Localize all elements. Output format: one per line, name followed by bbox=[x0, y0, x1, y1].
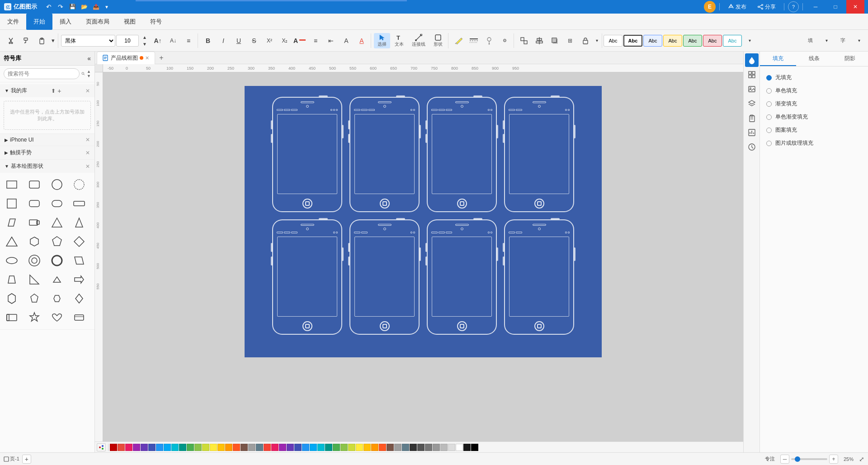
color-swatch[interactable] bbox=[156, 444, 163, 451]
undo-btn[interactable]: ↶ bbox=[43, 1, 54, 12]
shape-trapezoid[interactable] bbox=[4, 271, 20, 288]
menu-insert[interactable]: 插入 bbox=[52, 14, 79, 30]
shape-pentagon2[interactable] bbox=[26, 290, 42, 307]
more-btn[interactable]: ▼ bbox=[102, 1, 111, 12]
open-btn[interactable]: 📂 bbox=[79, 1, 90, 12]
shape-ellipse-h[interactable] bbox=[4, 252, 20, 269]
highlight-btn[interactable]: A bbox=[339, 33, 354, 48]
color-swatch[interactable] bbox=[310, 444, 317, 451]
collapse-panel-btn[interactable]: « bbox=[87, 55, 91, 62]
shape-triangle-right[interactable] bbox=[71, 214, 87, 231]
color-swatch[interactable] bbox=[387, 444, 394, 451]
font-color2-btn[interactable]: A bbox=[354, 33, 369, 48]
shape-parallelogram[interactable] bbox=[4, 214, 20, 231]
shape-arrow-right[interactable] bbox=[71, 271, 87, 288]
color-swatch[interactable] bbox=[194, 444, 202, 451]
shape-rect-wide[interactable] bbox=[71, 195, 87, 212]
color-swatch[interactable] bbox=[410, 444, 417, 451]
shape-misc[interactable] bbox=[71, 309, 87, 326]
shape-circle-outline[interactable] bbox=[49, 176, 65, 193]
my-library-close-btn[interactable]: ✕ bbox=[85, 88, 90, 94]
font-family-select[interactable]: 黑体 bbox=[61, 35, 115, 47]
font-size-input[interactable] bbox=[116, 35, 139, 47]
my-library-header[interactable]: ▼ 我的库 ⬆ + ✕ bbox=[0, 84, 94, 97]
preset-1[interactable]: Abc bbox=[604, 35, 623, 47]
shadow-btn[interactable] bbox=[547, 33, 562, 48]
image-icon-btn[interactable] bbox=[745, 82, 759, 96]
color-swatch[interactable] bbox=[294, 444, 302, 451]
color-swatch[interactable] bbox=[118, 444, 125, 451]
outdent-btn[interactable]: ⇤ bbox=[324, 33, 338, 48]
color-swatch[interactable] bbox=[248, 444, 255, 451]
fill-right-btn[interactable]: 填 bbox=[803, 33, 817, 48]
gradient-fill-option[interactable]: 渐变填充 bbox=[764, 97, 863, 110]
color-swatch[interactable] bbox=[325, 444, 332, 451]
focus-btn[interactable]: 专注 bbox=[763, 456, 777, 462]
color-swatch[interactable] bbox=[440, 444, 448, 451]
color-swatch[interactable] bbox=[217, 444, 225, 451]
preset-4[interactable]: Abc bbox=[663, 35, 682, 47]
shape-rect-rounded3[interactable] bbox=[49, 195, 65, 212]
history-icon-btn[interactable] bbox=[745, 140, 759, 154]
shape-diamond[interactable] bbox=[71, 233, 87, 250]
fill-tab[interactable]: 填充 bbox=[760, 52, 796, 66]
select-tool[interactable]: 选择 bbox=[374, 33, 390, 48]
color-swatch[interactable] bbox=[379, 444, 386, 451]
phone-mockup-2[interactable] bbox=[349, 97, 420, 212]
user-avatar[interactable]: E bbox=[704, 1, 716, 13]
color-swatch[interactable] bbox=[433, 444, 440, 451]
shape-hexagon[interactable] bbox=[26, 233, 42, 250]
search-icon[interactable] bbox=[81, 70, 85, 77]
align-distribute-btn[interactable] bbox=[532, 33, 547, 48]
color-swatch[interactable] bbox=[348, 444, 355, 451]
shape-triangle-right2[interactable] bbox=[26, 271, 42, 288]
my-library-export-btn[interactable]: ⬆ bbox=[51, 88, 56, 94]
search-input[interactable] bbox=[4, 68, 80, 79]
shape-rect-tag[interactable] bbox=[26, 214, 42, 231]
color-swatch[interactable] bbox=[302, 444, 309, 451]
line-style-btn[interactable] bbox=[467, 33, 481, 48]
preset-2[interactable]: Abc bbox=[623, 35, 642, 47]
menu-layout[interactable]: 页面布局 bbox=[79, 14, 117, 30]
more-drawing-btn[interactable]: ⚙ bbox=[497, 33, 512, 48]
menu-file[interactable]: 文件 bbox=[0, 14, 26, 30]
color-swatch[interactable] bbox=[225, 444, 232, 451]
fullscreen-btn[interactable]: ⤢ bbox=[859, 456, 864, 463]
phone-mockup-1[interactable] bbox=[272, 97, 342, 212]
color-swatch[interactable] bbox=[425, 444, 432, 451]
paste-dropdown[interactable]: ▾ bbox=[50, 33, 56, 48]
connector-tool[interactable]: 连接线 bbox=[408, 33, 429, 48]
touch-gestures-header[interactable]: ▶ 触摸手势 ✕ bbox=[0, 146, 94, 159]
add-tab-btn[interactable]: + bbox=[156, 52, 167, 63]
phone-mockup-3[interactable] bbox=[427, 97, 497, 212]
color-swatch[interactable] bbox=[171, 444, 179, 451]
more-transform-btn[interactable]: ▾ bbox=[594, 33, 600, 48]
color-swatch[interactable] bbox=[164, 444, 171, 451]
zoom-out-btn[interactable]: ─ bbox=[780, 455, 789, 464]
color-swatch[interactable] bbox=[317, 444, 325, 451]
fill-icon-btn[interactable] bbox=[745, 53, 759, 67]
subscript-btn[interactable]: X₂ bbox=[278, 33, 292, 48]
color-swatch[interactable] bbox=[241, 444, 248, 451]
basic-shapes-header[interactable]: ▼ 基本绘图形状 ✕ bbox=[0, 160, 94, 173]
menu-symbol[interactable]: 符号 bbox=[143, 14, 169, 30]
shape-hexagon2[interactable] bbox=[49, 290, 65, 307]
shape-diamond2[interactable] bbox=[4, 290, 20, 307]
more-right2-btn[interactable]: ▾ bbox=[852, 33, 866, 48]
font-right-btn[interactable]: 字 bbox=[835, 33, 850, 48]
color-swatch[interactable] bbox=[233, 444, 240, 451]
minimize-btn[interactable]: ─ bbox=[807, 0, 825, 14]
color-swatch[interactable] bbox=[210, 444, 217, 451]
text-tool[interactable]: T 文本 bbox=[391, 33, 407, 48]
shape-circle-dotted[interactable] bbox=[71, 176, 87, 193]
shape-tool[interactable]: 形状 bbox=[430, 33, 446, 48]
color-swatch[interactable] bbox=[264, 444, 271, 451]
share-btn[interactable]: 分享 bbox=[753, 1, 780, 13]
zoom-in-btn[interactable]: + bbox=[829, 455, 838, 464]
group-btn[interactable]: ⊞ bbox=[563, 33, 577, 48]
color-swatch[interactable] bbox=[363, 444, 371, 451]
phone-mockup-4[interactable] bbox=[504, 97, 574, 212]
menu-start[interactable]: 开始 bbox=[26, 14, 52, 30]
solid-fill-option[interactable]: 单色填充 bbox=[764, 84, 863, 97]
shape-rect-rounded-small[interactable] bbox=[26, 176, 42, 193]
